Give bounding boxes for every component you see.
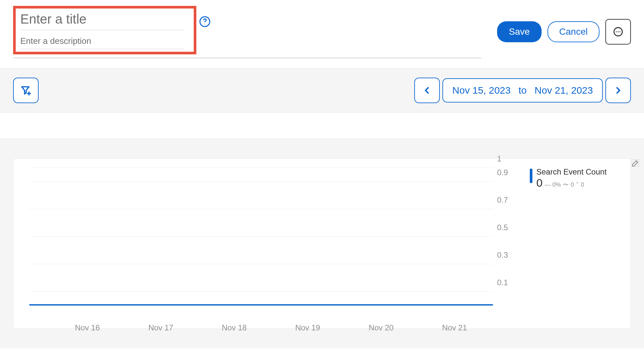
svg-point-5: [619, 31, 620, 32]
y-axis-ticks: 10.90.70.50.30.1: [497, 165, 517, 319]
x-tick: Nov 21: [442, 323, 467, 332]
chart-plot: Nov 16Nov 17Nov 18Nov 19Nov 20Nov 21 10.…: [23, 165, 517, 319]
header-divider: [13, 58, 481, 58]
legend-series-name: Search Event Count: [536, 167, 607, 176]
legend-avg: 0: [571, 181, 574, 188]
svg-point-4: [617, 31, 618, 32]
date-range-picker[interactable]: Nov 15, 2023 to Nov 21, 2023: [442, 78, 603, 102]
legend-total: 0: [536, 176, 543, 189]
more-icon: [613, 26, 624, 37]
add-filter-button[interactable]: [13, 78, 39, 103]
toolbar: Nov 15, 2023 to Nov 21, 2023: [0, 68, 644, 113]
chart-card: Nov 16Nov 17Nov 18Nov 19Nov 20Nov 21 10.…: [13, 158, 631, 329]
title-input[interactable]: [20, 12, 184, 30]
x-tick: Nov 20: [369, 323, 394, 332]
date-next-button[interactable]: [605, 78, 631, 103]
chart-legend: Search Event Count 0 — 0% 〜0 ˄0: [517, 165, 621, 319]
legend-swatch: [530, 169, 532, 183]
chevron-left-icon: [422, 86, 432, 95]
y-tick: 0.5: [497, 223, 508, 232]
date-range-controls: Nov 15, 2023 to Nov 21, 2023: [404, 78, 631, 103]
y-tick: 0.7: [497, 195, 508, 205]
header-actions: Save Cancel: [497, 6, 631, 45]
edit-icon: [631, 158, 640, 168]
y-tick: 1: [497, 154, 501, 163]
x-tick: Nov 17: [148, 323, 173, 332]
gridline: [29, 209, 493, 209]
gridline: [29, 264, 493, 264]
header: Save Cancel: [0, 0, 644, 58]
date-to-word: to: [519, 85, 527, 96]
gridline: [29, 168, 493, 168]
title-block-highlight: [13, 6, 196, 54]
date-prev-button[interactable]: [414, 78, 440, 103]
gridline: [29, 291, 493, 292]
save-button[interactable]: Save: [497, 21, 542, 42]
date-to: Nov 21, 2023: [535, 85, 593, 96]
y-tick: 0.3: [497, 251, 508, 260]
x-tick: Nov 16: [75, 323, 100, 332]
chart-area: Nov 16Nov 17Nov 18Nov 19Nov 20Nov 21 10.…: [0, 139, 644, 348]
legend-stats: 0 — 0% 〜0 ˄0: [536, 176, 607, 189]
empty-strip: [0, 113, 644, 139]
legend-pct: 0%: [552, 181, 561, 188]
chevron-right-icon: [614, 86, 623, 95]
svg-point-3: [616, 31, 617, 32]
gridline: [29, 181, 493, 182]
gridline: [29, 236, 493, 237]
x-tick: Nov 19: [295, 323, 320, 332]
plot-canvas: Nov 16Nov 17Nov 18Nov 19Nov 20Nov 21: [23, 165, 493, 319]
legend-peak: 0: [581, 181, 584, 188]
svg-point-1: [205, 24, 205, 25]
edit-chart-button[interactable]: [631, 158, 640, 168]
y-tick: 0.1: [497, 278, 508, 287]
series-line: [29, 304, 493, 306]
more-button[interactable]: [605, 19, 631, 45]
filter-add-icon: [20, 84, 32, 97]
y-tick: 0.9: [497, 168, 508, 177]
x-tick: Nov 18: [222, 323, 247, 332]
description-input[interactable]: [20, 30, 184, 49]
cancel-button[interactable]: Cancel: [547, 21, 599, 42]
help-icon[interactable]: [199, 16, 211, 28]
x-axis-ticks: Nov 16Nov 17Nov 18Nov 19Nov 20Nov 21: [29, 323, 493, 332]
date-from: Nov 15, 2023: [452, 85, 510, 96]
